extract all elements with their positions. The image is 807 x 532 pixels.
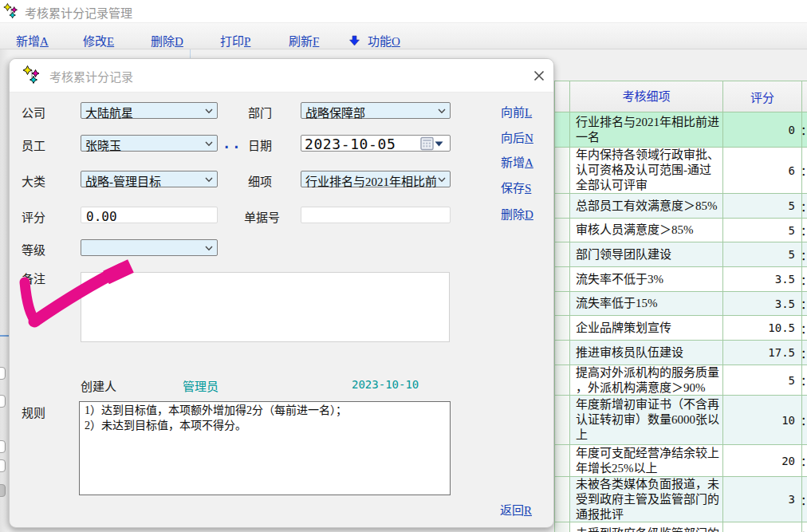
rule-textarea[interactable]: 1）达到目标值，本项额外增加得2分（每前进一名）； 2）未达到目标值，本项不得分… [79, 401, 451, 495]
employee-combobox[interactable]: 张晓玉 [81, 135, 218, 152]
toolbar-edit-button[interactable]: 修改E [83, 32, 114, 49]
item-cell[interactable]: 行业排名与2021年相比前进一名 [570, 112, 723, 148]
extra-cell[interactable]: ： [802, 194, 807, 219]
extra-cell[interactable]: ： [802, 522, 807, 532]
table-row[interactable]: 推进审核员队伍建设17.5： [555, 341, 807, 365]
chevron-down-icon [205, 108, 213, 114]
item-cell[interactable]: 流失率低于15% [570, 292, 723, 316]
row-indicator-cell[interactable] [555, 522, 570, 532]
back-button[interactable]: 返回R [500, 501, 532, 518]
row-indicator-cell[interactable] [555, 396, 570, 445]
row-indicator-cell[interactable] [555, 112, 570, 148]
score-input[interactable]: 0.00 [81, 207, 218, 223]
score-cell[interactable]: 5 [723, 194, 802, 219]
score-cell[interactable]: 6 [723, 148, 802, 194]
row-indicator-cell[interactable] [555, 316, 570, 341]
row-indicator-cell[interactable] [555, 148, 570, 194]
item-cell[interactable]: 审核人员满意度＞85% [570, 219, 723, 242]
table-row[interactable]: 总部员工有效满意度＞85%5： [555, 194, 807, 219]
next-button[interactable]: 向后N [501, 128, 533, 145]
score-cell[interactable]: 3.5 [723, 267, 802, 292]
table-row[interactable]: 未被各类媒体负面报道，未受到政府主管及监管部门的通报批评3： [555, 477, 807, 522]
score-cell[interactable]: 3 [723, 477, 802, 522]
item-cell[interactable]: 年内保持各领域行政审批、认可资格及认可范围-通过全部认可评审 [570, 148, 723, 194]
score-cell[interactable]: 0 [723, 112, 802, 148]
table-row[interactable]: 未受到政府各级监管部门的： [555, 522, 807, 532]
extra-cell[interactable]: ： [802, 396, 807, 445]
item-cell[interactable]: 流失率不低于3% [570, 267, 723, 292]
department-combobox[interactable]: 战略保障部 [301, 102, 451, 119]
delete-button[interactable]: 删除D [501, 205, 533, 222]
detail-label: 细项 [248, 172, 272, 189]
table-row[interactable]: 年度可支配经营净结余较上年增长25%以上20： [555, 445, 807, 477]
company-combobox[interactable]: 大陆航星 [81, 102, 218, 119]
extra-cell[interactable]: ： [802, 316, 807, 341]
item-cell[interactable]: 部门领导团队建设 [570, 242, 723, 267]
row-indicator-cell[interactable] [555, 194, 570, 219]
toolbar-refresh-button[interactable]: 刷新F [289, 32, 319, 49]
table-row[interactable]: 流失率不低于3%3.5： [555, 267, 807, 292]
row-indicator-cell[interactable] [555, 477, 570, 522]
table-row[interactable]: 审核人员满意度＞85%5： [555, 219, 807, 242]
item-cell[interactable]: 年度新增初审证书（不含再认证转初审）数量6000张以上 [570, 396, 723, 445]
score-cell[interactable]: 5 [723, 365, 802, 396]
item-cell[interactable]: 未被各类媒体负面报道，未受到政府主管及监管部门的通报批评 [570, 477, 723, 522]
employee-browse-button[interactable]: .. [222, 136, 242, 152]
row-indicator-cell[interactable] [555, 219, 570, 242]
extra-cell[interactable]: ： [802, 292, 807, 316]
score-cell[interactable]: 10.5 [723, 316, 802, 341]
item-cell[interactable]: 年度可支配经营净结余较上年增长25%以上 [570, 445, 723, 477]
chevron-down-icon [438, 177, 446, 183]
extra-cell[interactable]: ： [802, 242, 807, 267]
score-cell[interactable]: 10 [723, 396, 802, 445]
toolbar-add-button[interactable]: 新增A [16, 32, 49, 49]
score-cell[interactable]: 5 [723, 242, 802, 267]
score-cell[interactable]: 3.5 [723, 292, 802, 316]
grade-combobox[interactable] [81, 239, 218, 256]
extra-cell[interactable]: ： [802, 477, 807, 522]
detail-combobox[interactable]: 行业排名与2021年相比前 [301, 171, 451, 187]
row-indicator-cell[interactable] [555, 267, 570, 292]
table-row[interactable]: 流失率低于15%3.5： [555, 292, 807, 316]
table-row[interactable]: 年度新增初审证书（不含再认证转初审）数量6000张以上10： [555, 396, 807, 445]
item-cell[interactable]: 企业品牌策划宣传 [570, 316, 723, 341]
item-cell[interactable]: 总部员工有效满意度＞85% [570, 194, 723, 219]
score-cell[interactable]: 20 [723, 445, 802, 477]
save-button[interactable]: 保存S [501, 179, 531, 195]
close-icon[interactable] [529, 66, 549, 85]
extra-cell[interactable]: ： [802, 219, 807, 242]
item-cell[interactable]: 推进审核员队伍建设 [570, 341, 723, 365]
extra-cell[interactable]: ： [802, 112, 807, 148]
window-title: 考核累计分记录管理 [25, 4, 132, 21]
prev-button[interactable]: 向前L [501, 103, 532, 120]
row-indicator-cell[interactable] [555, 445, 570, 477]
extra-cell[interactable]: ： [802, 267, 807, 292]
toolbar-print-button[interactable]: 打印P [220, 32, 250, 49]
date-picker[interactable]: 2023-10-05 [301, 135, 451, 152]
add-button[interactable]: 新增A [501, 153, 533, 170]
row-indicator-cell[interactable] [555, 341, 570, 365]
row-indicator-cell[interactable] [555, 292, 570, 316]
extra-cell[interactable]: ： [802, 341, 807, 365]
doc-no-input[interactable] [301, 207, 451, 223]
extra-cell[interactable]: ： [802, 445, 807, 477]
table-row[interactable]: 年内保持各领域行政审批、认可资格及认可范围-通过全部认可评审6： [555, 148, 807, 194]
table-row[interactable]: 部门领导团队建设5： [555, 242, 807, 267]
item-cell[interactable]: 提高对外派机构的服务质量，外派机构满意度＞90% [570, 365, 723, 396]
item-cell[interactable]: 未受到政府各级监管部门的 [570, 522, 723, 532]
extra-cell[interactable]: ： [802, 148, 807, 194]
row-indicator-cell[interactable] [555, 242, 570, 267]
table-row[interactable]: 提高对外派机构的服务质量，外派机构满意度＞90%5： [555, 365, 807, 396]
row-indicator-cell[interactable] [555, 365, 570, 396]
category-combobox[interactable]: 战略-管理目标 [81, 171, 218, 187]
table-row[interactable]: 行业排名与2021年相比前进一名0： [555, 112, 807, 148]
score-cell[interactable]: 5 [723, 219, 802, 242]
table-row[interactable]: 企业品牌策划宣传10.5： [555, 316, 807, 341]
toolbar-function-button[interactable]: 功能O [368, 32, 400, 49]
remark-textarea[interactable] [81, 272, 450, 342]
extra-cell[interactable]: ： [802, 365, 807, 396]
score-label: 评分 [22, 208, 45, 225]
toolbar-delete-button[interactable]: 删除D [151, 32, 183, 49]
score-cell[interactable]: 17.5 [723, 341, 802, 365]
score-cell[interactable] [723, 522, 802, 532]
